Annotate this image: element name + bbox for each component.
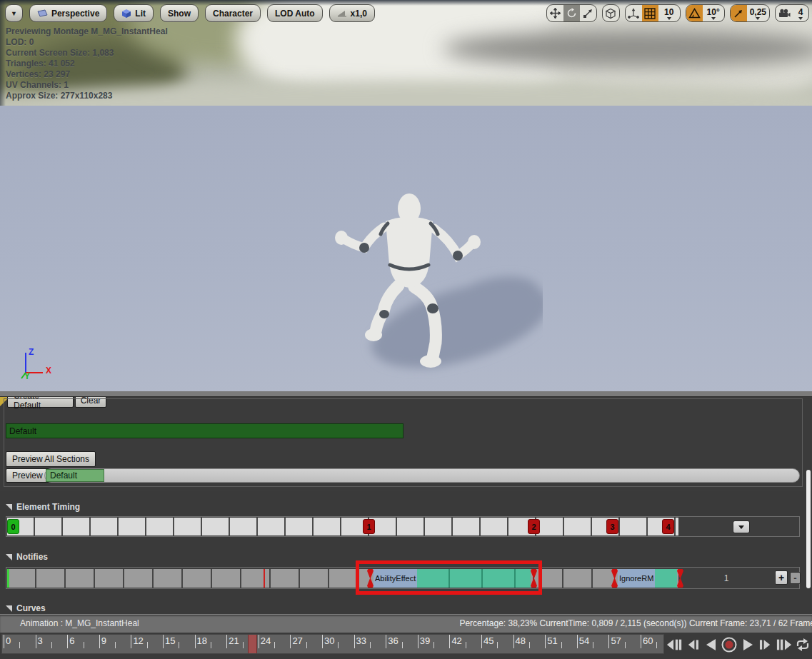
ruler-tick-label: 30: [324, 635, 334, 646]
stats-triangles: Triangles: 41 052: [6, 59, 168, 69]
step-back-button[interactable]: [684, 635, 702, 655]
angle-snap-toggle[interactable]: [686, 5, 703, 21]
ruler-tick-label: 33: [356, 635, 366, 646]
timeline-bar: 03691215182124273033363942454851545760: [0, 633, 812, 659]
panel-scrollbar[interactable]: [806, 470, 811, 588]
preview-all-sections-button[interactable]: Preview All Sections: [6, 451, 96, 467]
preview-button[interactable]: Preview: [6, 468, 49, 483]
play-forward-button[interactable]: [739, 635, 757, 655]
clear-button[interactable]: Clear: [75, 397, 106, 408]
to-front-icon: [666, 638, 682, 651]
ruler-tick: [418, 635, 418, 648]
chevron-down-icon: [798, 17, 803, 20]
lit-mode-button[interactable]: Lit: [114, 4, 154, 22]
add-notify-track-button[interactable]: +: [775, 570, 788, 585]
track-start-marker: [7, 569, 9, 588]
perspective-button[interactable]: Perspective: [29, 4, 107, 22]
scale-snap-toggle[interactable]: [731, 5, 747, 21]
panel-divider[interactable]: [0, 391, 812, 397]
angle-snap-group: 10°: [686, 4, 725, 22]
rotate-tool-button[interactable]: [563, 5, 580, 21]
ruler-tick: [641, 635, 641, 648]
chevron-down-icon: [667, 17, 671, 20]
notify-label[interactable]: AbilityEffect: [374, 569, 417, 588]
loop-button[interactable]: [793, 635, 811, 655]
scale-tool-button[interactable]: [580, 5, 596, 21]
play-reverse-icon: [704, 638, 718, 652]
ruler-minor-tick: [274, 642, 275, 648]
ruler-tick: [290, 635, 291, 648]
create-default-button[interactable]: Create Default: [7, 397, 74, 408]
coordinate-system-button[interactable]: [603, 5, 619, 21]
ruler-tick: [545, 635, 546, 648]
step-forward-button[interactable]: [757, 635, 775, 655]
notify-duration-bar[interactable]: [655, 569, 677, 588]
notify-track-count: 1: [710, 568, 743, 588]
coordinate-system-group: [602, 4, 620, 22]
notify-track[interactable]: AbilityEffectIgnoreRM 1 + -: [6, 567, 800, 589]
playback-speed-button[interactable]: x1,0: [329, 4, 375, 22]
lit-cube-icon: [121, 9, 131, 19]
record-button[interactable]: [721, 635, 738, 655]
axis-gizmo: Z X Y: [17, 347, 60, 383]
grid-snap-value[interactable]: 10: [658, 5, 680, 21]
section-track-default[interactable]: Default: [6, 423, 404, 438]
show-menu-button[interactable]: Show: [160, 4, 199, 22]
remove-notify-track-button[interactable]: -: [790, 572, 801, 584]
notify-marker-icon[interactable]: [531, 569, 537, 588]
curves-header[interactable]: Curves: [6, 603, 46, 613]
notifies-header[interactable]: Notifies: [6, 552, 48, 562]
notify-event-AbilityEffect[interactable]: AbilityEffect: [367, 569, 537, 588]
to-end-button[interactable]: [776, 635, 793, 655]
viewport-toolbar-right: 10 10° 0,25 4: [546, 4, 809, 22]
grid-snap-toggle[interactable]: [642, 5, 658, 21]
snap-axes-icon: [628, 8, 639, 19]
ruler-tick-label: 57: [611, 635, 621, 646]
ruler-tick: [608, 635, 609, 648]
element-timing-header[interactable]: Element Timing: [6, 502, 80, 512]
angle-snap-icon: [688, 8, 701, 19]
notify-event-IgnoreRM[interactable]: IgnoreRM: [611, 569, 683, 588]
timing-marker-3[interactable]: 3: [606, 519, 618, 534]
playback-status-label: Percentage: 38,23% CurrentTime: 0,809 / …: [459, 618, 812, 628]
viewport-3d[interactable]: Z X Y Previewing Montage M_MG_InstantHea…: [0, 0, 812, 397]
timing-marker-0[interactable]: 0: [7, 519, 19, 534]
stats-previewing: Previewing Montage M_MG_InstantHeal: [6, 26, 168, 37]
viewport-options-button[interactable]: ▼: [5, 4, 23, 22]
timing-marker-4[interactable]: 4: [662, 519, 674, 534]
ruler-minor-tick: [19, 642, 20, 648]
stats-lod: LOD: 0: [6, 37, 168, 48]
timeline-ruler[interactable]: 03691215182124273033363942454851545760: [1, 634, 664, 654]
ruler-minor-tick: [497, 642, 498, 648]
camera-speed-value[interactable]: 4: [793, 5, 808, 21]
timing-marker-2[interactable]: 2: [528, 519, 540, 534]
ruler-tick: [195, 635, 196, 648]
camera-speed-button[interactable]: [776, 5, 793, 21]
character-menu-button[interactable]: Character: [205, 4, 261, 22]
record-icon: [721, 636, 738, 653]
notify-duration-bar[interactable]: [417, 569, 531, 588]
preview-section-chip[interactable]: Default: [46, 469, 104, 482]
notify-marker-icon[interactable]: [611, 569, 618, 588]
ruler-tick: [259, 635, 259, 648]
to-front-button[interactable]: [666, 635, 683, 655]
scale-snap-value[interactable]: 0,25: [747, 5, 769, 21]
element-timing-track[interactable]: 01234: [6, 516, 800, 537]
lod-auto-button[interactable]: LOD Auto: [267, 4, 323, 22]
translate-tool-button[interactable]: [547, 5, 563, 21]
notify-marker-icon[interactable]: [367, 569, 374, 588]
notify-label[interactable]: IgnoreRM: [618, 569, 655, 588]
timing-options-dropdown[interactable]: [733, 520, 750, 533]
axis-z-label: Z: [29, 347, 34, 357]
timeline-playhead[interactable]: [248, 635, 257, 654]
angle-snap-value[interactable]: 10°: [703, 5, 724, 21]
animation-status-bar: Animation : M_MG_InstantHeal Percentage:…: [0, 614, 812, 633]
snap-axes-button[interactable]: [626, 5, 642, 21]
loop-icon: [795, 638, 811, 652]
play-reverse-button[interactable]: [702, 635, 720, 655]
notify-marker-icon[interactable]: [677, 569, 683, 588]
montage-sections-panel: Create Default Clear Default Preview All…: [0, 397, 812, 491]
preview-track-bar[interactable]: [44, 468, 800, 483]
timing-marker-1[interactable]: 1: [363, 519, 375, 534]
expand-arrow-icon: [6, 605, 12, 612]
